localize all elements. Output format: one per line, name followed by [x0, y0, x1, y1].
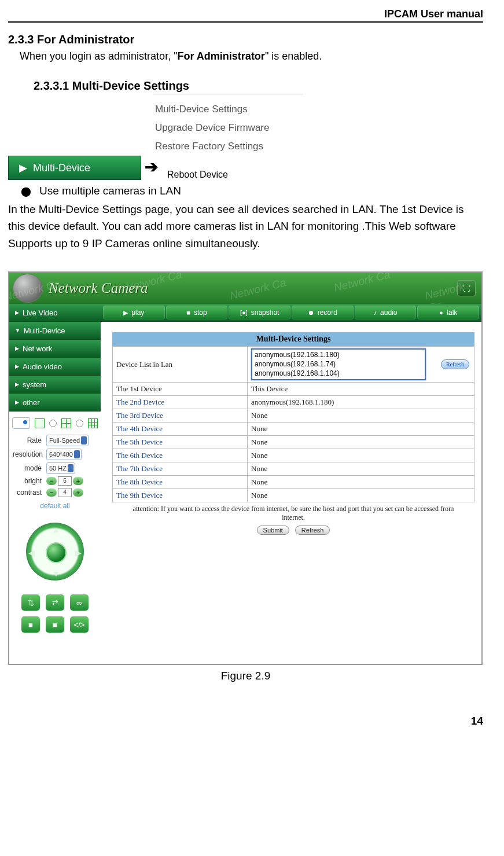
- device-slot-label[interactable]: The 4th Device: [113, 423, 248, 436]
- menu-multi-device-settings[interactable]: Multi-Device Settings: [153, 100, 483, 119]
- sidebar-item-system[interactable]: ▶system: [9, 376, 101, 394]
- mode-select[interactable]: 50 HZ: [46, 462, 75, 474]
- toolbar-label: stop: [194, 308, 207, 317]
- ptz-up-icon[interactable]: ▲: [52, 525, 60, 534]
- record-icon: ⏺: [308, 309, 314, 316]
- bright-minus-button[interactable]: −: [46, 477, 57, 485]
- layout-3x3-icon[interactable]: [88, 418, 98, 428]
- menu-reboot-device[interactable]: Reboot Device: [158, 170, 483, 180]
- stop-button[interactable]: ■stop: [166, 306, 228, 319]
- sidebar-item-audio-video[interactable]: ▶Audio video: [9, 358, 101, 376]
- layout-radio-2[interactable]: [49, 420, 57, 427]
- refresh-button[interactable]: Refresh: [441, 359, 469, 369]
- multi-device-settings-title: Multi-Device Settings: [112, 332, 474, 346]
- device-slot-label[interactable]: The 3rd Device: [113, 409, 248, 423]
- device-slot-value: This Device: [248, 383, 474, 396]
- bright-value[interactable]: 6: [58, 476, 72, 486]
- bullet-icon: ⬤: [21, 185, 31, 199]
- sidebar-item-label: Audio video: [23, 362, 62, 371]
- device-slot-label[interactable]: The 7th Device: [113, 462, 248, 476]
- play-triangle-icon: ▶: [19, 161, 27, 174]
- refresh-button-2[interactable]: Refresh: [295, 526, 330, 535]
- device-slot-value: None: [248, 462, 474, 476]
- resolution-select[interactable]: 640*480: [46, 449, 82, 460]
- camera-dome-icon: [13, 274, 43, 303]
- contrast-plus-button[interactable]: +: [73, 488, 83, 497]
- contrast-minus-button[interactable]: −: [46, 488, 57, 497]
- app-title: Network Camera: [49, 280, 457, 296]
- device-slot-label[interactable]: The 9th Device: [113, 489, 248, 502]
- fullscreen-toggle-button[interactable]: ⛶: [457, 280, 476, 296]
- layout-radio-3[interactable]: [76, 420, 83, 427]
- flip-h-button[interactable]: ⇄: [46, 594, 64, 611]
- rate-label: Rate: [13, 436, 45, 444]
- contrast-value[interactable]: 4: [58, 488, 72, 497]
- section-heading-2-3-3: 2.3.3 For Administrator: [8, 33, 483, 46]
- chevron-icon: ▼: [15, 328, 20, 333]
- menu-restore-factory[interactable]: Restore Factory Settings: [153, 137, 483, 156]
- section-heading-2-3-3-1: 2.3.3.1 Multi-Device Settings: [34, 79, 483, 93]
- chevron-icon: ▶: [15, 399, 19, 405]
- device-slot-label[interactable]: The 8th Device: [113, 476, 248, 489]
- sidebar-item-label: Net work: [23, 344, 52, 353]
- sidebar-item-multi-device[interactable]: ▼Multi-Device: [9, 322, 101, 340]
- device-list-item[interactable]: anonymous(192.168.1.74): [255, 360, 422, 369]
- sidebar-item-other[interactable]: ▶other: [9, 394, 101, 412]
- snapshot-button[interactable]: [●]snapshot: [229, 306, 290, 319]
- device-list-item[interactable]: anonymous(192.168.1.104): [255, 369, 422, 379]
- doc-header-title: IPCAM User manual: [8, 8, 483, 20]
- app-titlebar: Network Ca Network Ca Network Ca Network…: [9, 273, 481, 304]
- ptz-left-icon[interactable]: ◀: [28, 548, 35, 557]
- device-list-label: Device List in Lan: [113, 347, 248, 383]
- layout-2x2-icon[interactable]: [61, 418, 71, 428]
- bright-plus-button[interactable]: +: [73, 477, 83, 485]
- body-paragraph: In the Multi-Device Settings page, you c…: [8, 201, 483, 252]
- record-button[interactable]: ⏺record: [292, 306, 354, 319]
- sidebar-item-net-work[interactable]: ▶Net work: [9, 340, 101, 358]
- device-slot-label[interactable]: The 5th Device: [113, 436, 248, 449]
- chevron-icon: ▶: [15, 346, 19, 351]
- stop2-button[interactable]: ■: [46, 616, 64, 633]
- ptz-right-icon[interactable]: ▶: [75, 548, 82, 557]
- device-list-item[interactable]: anonymous(192.168.1.180): [255, 351, 422, 360]
- table-row: The 2nd Deviceanonymous(192.168.1.180): [113, 396, 474, 409]
- multi-device-button[interactable]: ▶ Multi-Device: [8, 156, 141, 180]
- layout-radio-1[interactable]: [12, 417, 30, 429]
- toolbar: ▶play■stop[●]snapshot⏺record♪audio●talk: [101, 304, 481, 322]
- figure-2-9-screenshot: Network Ca Network Ca Network Ca Network…: [8, 271, 483, 665]
- device-slot-label[interactable]: The 6th Device: [113, 449, 248, 462]
- sidebar-item-live-video[interactable]: ▶Live Video: [9, 304, 101, 322]
- intro-bold: For Administrator: [178, 50, 265, 62]
- ptz-control[interactable]: ▲ ▼ ◀ ▶: [20, 517, 90, 586]
- sidebar: ▶Live Video▼Multi-Device▶Net work▶Audio …: [9, 304, 101, 664]
- default-all-link[interactable]: default all: [9, 498, 101, 517]
- layout-1x1-icon[interactable]: [35, 418, 45, 428]
- section-intro: When you login as administrator, "For Ad…: [20, 49, 483, 64]
- device-list-box[interactable]: anonymous(192.168.1.180)anonymous(192.16…: [251, 348, 426, 380]
- device-slot-value: None: [248, 476, 474, 489]
- play-button[interactable]: ▶play: [103, 306, 165, 319]
- device-slot-value: None: [248, 409, 474, 423]
- layout-selector-row: [9, 412, 101, 433]
- device-slot-label[interactable]: The 2nd Device: [113, 396, 248, 409]
- rate-select[interactable]: Full-Speed: [46, 435, 89, 446]
- code-button[interactable]: </>: [70, 616, 89, 633]
- stop-button[interactable]: ■: [21, 616, 40, 633]
- sidebar-item-label: Live Video: [23, 308, 57, 317]
- stop-icon: ■: [186, 309, 190, 316]
- table-row: The 5th DeviceNone: [113, 436, 474, 449]
- talk-button[interactable]: ●talk: [417, 306, 479, 319]
- submit-button[interactable]: Submit: [257, 526, 289, 535]
- toolbar-label: audio: [380, 308, 397, 317]
- ptz-down-icon[interactable]: ▼: [52, 569, 60, 578]
- audio-button[interactable]: ♪audio: [355, 306, 417, 319]
- sidebar-item-label: system: [23, 380, 46, 389]
- table-row: The 6th DeviceNone: [113, 449, 474, 462]
- audio-icon: ♪: [374, 309, 377, 316]
- loop-button[interactable]: ∞: [70, 594, 89, 611]
- talk-icon: ●: [439, 309, 443, 316]
- intro-text-post: " is enabled.: [265, 50, 322, 62]
- menu-upgrade-firmware[interactable]: Upgrade Device Firmware: [153, 119, 483, 137]
- header-rule: [8, 21, 483, 23]
- flip-v-button[interactable]: ⇅: [21, 594, 40, 611]
